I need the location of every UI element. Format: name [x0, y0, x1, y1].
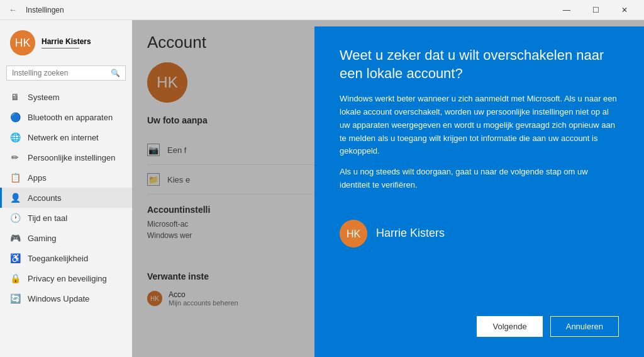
back-arrow[interactable]: ← — [5, 5, 21, 14]
sidebar-item-toegankelijkheid[interactable]: ♿ Toegankelijkheid — [0, 248, 132, 268]
dialog: Weet u zeker dat u wilt overschakelen na… — [314, 26, 644, 357]
netwerk-icon: 🌐 — [10, 132, 20, 142]
gaming-icon: 🎮 — [10, 233, 20, 243]
sidebar-item-update[interactable]: 🔄 Windows Update — [0, 288, 132, 309]
maximize-button[interactable]: ☐ — [581, 0, 610, 20]
bluetooth-icon: 🔵 — [10, 112, 20, 122]
close-button[interactable]: ✕ — [610, 0, 639, 20]
dialog-body: Windows werkt beter wanneer u zich aanme… — [340, 93, 619, 200]
sidebar: HK Harrie Kisters 🔍 🖥 Systeem 🔵 Bluetoot… — [0, 20, 132, 357]
sidebar-user: HK Harrie Kisters — [0, 25, 132, 63]
sidebar-label-toegankelijkheid: Toegankelijkheid — [28, 254, 88, 263]
title-bar-controls: — ☐ ✕ — [552, 0, 639, 20]
sidebar-label-gaming: Gaming — [28, 234, 57, 243]
privacy-icon: 🔒 — [10, 273, 20, 283]
minimize-button[interactable]: — — [552, 0, 581, 20]
systeem-icon: 🖥 — [10, 92, 20, 102]
sidebar-username-underline — [42, 48, 79, 48]
dialog-title: Weet u zeker dat u wilt overschakelen na… — [340, 47, 619, 82]
sidebar-label-privacy: Privacy en beveiliging — [28, 274, 107, 283]
dialog-paragraph-2: Als u nog steeds wilt doorgaan, gaat u n… — [340, 166, 619, 192]
sidebar-item-tijd[interactable]: 🕐 Tijd en taal — [0, 208, 132, 228]
sidebar-item-apps[interactable]: 📋 Apps — [0, 167, 132, 188]
dialog-buttons: Volgende Annuleren — [340, 316, 619, 337]
sidebar-item-gaming[interactable]: 🎮 Gaming — [0, 228, 132, 248]
sidebar-item-systeem[interactable]: 🖥 Systeem — [0, 87, 132, 107]
sidebar-label-accounts: Accounts — [28, 193, 61, 203]
title-bar: ← Instellingen — ☐ ✕ — [0, 0, 644, 20]
sidebar-item-bluetooth[interactable]: 🔵 Bluetooth en apparaten — [0, 107, 132, 127]
main-content: Account HK Uw foto aanpa 📷 Een f Camera … — [132, 20, 644, 357]
sidebar-label-tijd: Tijd en taal — [28, 213, 67, 223]
sidebar-item-persoonlijk[interactable]: ✏ Persoonlijke instellingen — [0, 147, 132, 167]
sidebar-label-systeem: Systeem — [28, 93, 60, 102]
sidebar-label-update: Windows Update — [28, 294, 89, 303]
sidebar-label-bluetooth: Bluetooth en apparaten — [28, 113, 113, 122]
avatar: HK — [10, 30, 35, 55]
cancel-button[interactable]: Annuleren — [550, 316, 619, 337]
dialog-paragraph-1: Windows werkt beter wanneer u zich aanme… — [340, 93, 619, 158]
search-box[interactable]: 🔍 — [6, 65, 126, 81]
sidebar-label-persoonlijk: Persoonlijke instellingen — [28, 153, 115, 162]
sidebar-item-accounts[interactable]: 👤 Accounts — [0, 188, 132, 208]
sidebar-item-netwerk[interactable]: 🌐 Netwerk en internet — [0, 127, 132, 147]
toegankelijkheid-icon: ♿ — [10, 253, 20, 263]
search-input[interactable] — [12, 69, 111, 77]
tijd-icon: 🕐 — [10, 213, 20, 223]
sidebar-label-netwerk: Netwerk en internet — [28, 133, 99, 142]
sidebar-username: Harrie Kisters — [42, 37, 91, 46]
sidebar-user-info: Harrie Kisters — [42, 37, 91, 48]
dialog-username: Harrie Kisters — [376, 227, 445, 240]
title-bar-left: ← Instellingen — [5, 5, 64, 14]
dialog-avatar: HK — [340, 220, 367, 247]
app-layout: HK Harrie Kisters 🔍 🖥 Systeem 🔵 Bluetoot… — [0, 20, 644, 357]
sidebar-item-privacy[interactable]: 🔒 Privacy en beveiliging — [0, 268, 132, 288]
dialog-user: HK Harrie Kisters — [340, 220, 619, 247]
persoonlijk-icon: ✏ — [10, 152, 20, 162]
sidebar-label-apps: Apps — [28, 173, 47, 183]
accounts-icon: 👤 — [10, 193, 20, 203]
svg-text:HK: HK — [14, 37, 30, 49]
svg-text:HK: HK — [347, 229, 361, 239]
next-button[interactable]: Volgende — [477, 316, 542, 337]
title-bar-title: Instellingen — [26, 6, 64, 14]
apps-icon: 📋 — [10, 173, 20, 183]
update-icon: 🔄 — [10, 293, 20, 303]
search-icon: 🔍 — [111, 69, 120, 77]
